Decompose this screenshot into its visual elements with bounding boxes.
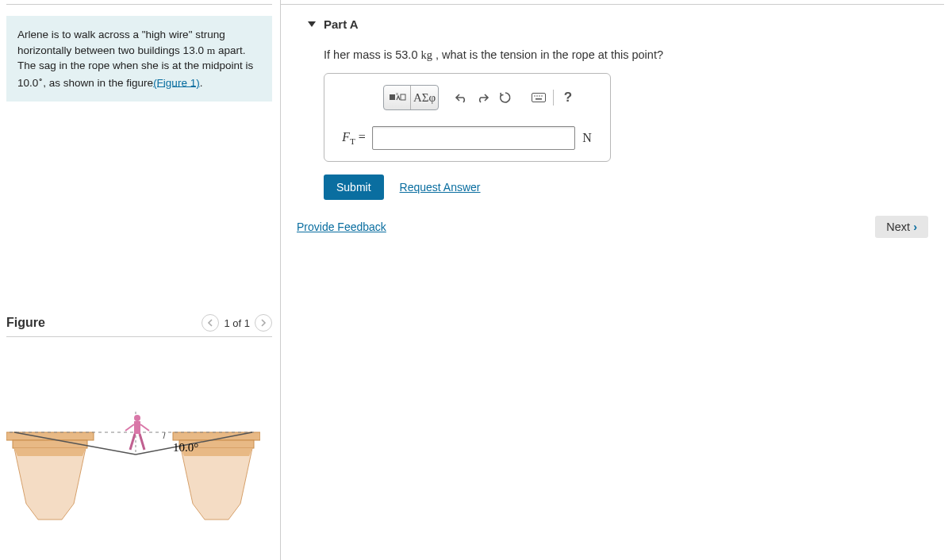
svg-line-15 (140, 434, 144, 450)
figure-svg: 10.0° (6, 385, 260, 527)
figure-section: Figure 1 of 1 (6, 314, 272, 527)
figure-header: Figure 1 of 1 (6, 314, 272, 337)
intro-text: Arlene is to walk across a "high wire" s… (17, 29, 225, 56)
figure-image: 10.0° (6, 385, 272, 527)
chevron-left-icon (207, 319, 213, 327)
action-row: Submit Request Answer (324, 175, 928, 200)
svg-rect-21 (532, 94, 546, 102)
svg-rect-1 (13, 440, 87, 448)
chevron-right-icon: › (913, 221, 917, 233)
submit-button[interactable]: Submit (324, 175, 384, 200)
svg-marker-2 (14, 448, 86, 520)
footer-row: Provide Feedback Next › (297, 216, 928, 238)
svg-line-17 (140, 424, 149, 431)
figure-pager: 1 of 1 (202, 314, 272, 332)
svg-rect-18 (390, 94, 395, 100)
answer-input-row: FT = N (336, 126, 599, 150)
keyboard-button[interactable] (528, 86, 550, 109)
svg-rect-26 (536, 98, 542, 100)
redo-icon (477, 92, 489, 103)
templates-button[interactable]: x (384, 86, 411, 109)
answer-lhs: FT = (336, 130, 372, 146)
svg-text:x: x (396, 91, 398, 96)
left-panel: Arlene is to walk across a "high wire" s… (0, 0, 281, 560)
svg-marker-6 (181, 448, 252, 520)
part-title: Part A (324, 17, 359, 31)
intro-text: , as shown in the figure (43, 76, 153, 88)
provide-feedback-link[interactable]: Provide Feedback (297, 221, 386, 233)
caret-down-icon (308, 21, 316, 27)
reset-icon (499, 91, 512, 104)
greek-icon: ΑΣφ (413, 91, 436, 105)
reset-button[interactable] (494, 86, 516, 109)
problem-intro: Arlene is to walk across a "high wire" s… (6, 16, 272, 102)
unit-kg: kg (421, 48, 433, 61)
chevron-right-icon (260, 319, 267, 327)
figure-title: Figure (6, 316, 202, 330)
intro-text: . (200, 76, 203, 88)
part-header[interactable]: Part A (297, 5, 928, 42)
svg-point-25 (541, 95, 543, 97)
svg-point-23 (536, 95, 538, 97)
figure-link[interactable]: (Figure 1) (153, 76, 200, 88)
svg-line-16 (125, 424, 134, 431)
svg-marker-3 (14, 448, 86, 456)
figure-angle-label: 10.0° (173, 441, 198, 454)
svg-rect-20 (401, 94, 405, 100)
answer-toolbar: x ΑΣφ (383, 85, 599, 110)
next-label: Next (886, 221, 910, 233)
right-panel: Part A If her mass is 53.0 kg , what is … (281, 0, 952, 560)
format-button-group: x ΑΣφ (383, 85, 439, 110)
svg-line-14 (130, 434, 135, 450)
answer-panel: x ΑΣφ (324, 73, 611, 162)
templates-icon: x (389, 90, 406, 105)
undo-button[interactable] (450, 86, 472, 109)
unit-m: m (207, 44, 216, 56)
figure-next-button[interactable] (255, 314, 272, 332)
svg-point-22 (534, 95, 536, 97)
figure-pager-label: 1 of 1 (224, 317, 250, 329)
svg-point-24 (539, 95, 540, 97)
question-text: If her mass is 53.0 kg , what is the ten… (297, 42, 928, 73)
svg-point-12 (134, 415, 140, 421)
tension-input[interactable] (372, 126, 575, 150)
help-button[interactable]: ? (557, 86, 579, 109)
greek-button[interactable]: ΑΣφ (411, 86, 438, 109)
undo-icon (455, 92, 467, 103)
keyboard-icon (532, 93, 546, 102)
redo-button[interactable] (472, 86, 494, 109)
request-answer-link[interactable]: Request Answer (400, 181, 481, 194)
next-button[interactable]: Next › (875, 216, 928, 238)
figure-prev-button[interactable] (202, 314, 219, 332)
svg-rect-13 (134, 421, 140, 434)
answer-unit: N (575, 131, 599, 145)
